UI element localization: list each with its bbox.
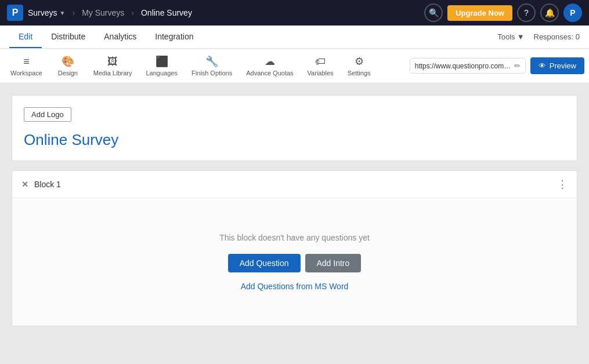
advance-quotas-icon: ☁ (265, 55, 275, 68)
workspace-icon: ≡ (23, 56, 30, 68)
variables-button[interactable]: 🏷 Variables (302, 52, 339, 80)
preview-button[interactable]: 👁 Preview (530, 57, 584, 74)
block-actions: Add Question Add Intro (24, 254, 565, 272)
tools-dropdown-icon: ▼ (517, 32, 525, 41)
finish-options-icon: 🔧 (205, 55, 218, 68)
surveys-label: Surveys (28, 8, 57, 17)
design-icon: 🎨 (62, 55, 74, 68)
help-button[interactable]: ? (517, 3, 536, 22)
tab-integration[interactable]: Integration (146, 26, 203, 48)
workspace-label: Workspace (10, 70, 42, 77)
variables-label: Variables (308, 70, 334, 77)
breadcrumb-separator-2: › (131, 8, 134, 17)
surveys-dropdown[interactable]: Surveys ▼ (28, 8, 65, 17)
block-card: ✕ Block 1 ⋮ This block doesn't have any … (12, 170, 577, 326)
add-logo-btn[interactable]: Add Logo (24, 107, 71, 122)
empty-message: This block doesn't have any questions ye… (24, 233, 565, 242)
settings-icon: ⚙ (355, 55, 364, 68)
preview-label: Preview (550, 61, 576, 70)
toolbar-right: https://www.questionpro.com/t/l/ ✏ 👁 Pre… (410, 57, 584, 74)
collapse-icon[interactable]: ✕ (21, 180, 28, 189)
design-label: Design (58, 70, 78, 77)
finish-options-button[interactable]: 🔧 Finish Options (186, 52, 238, 80)
tab-navigation: Edit Distribute Analytics Integration To… (0, 26, 589, 49)
settings-button[interactable]: ⚙ Settings (342, 52, 377, 80)
finish-options-label: Finish Options (191, 70, 232, 77)
tools-dropdown[interactable]: Tools ▼ (497, 32, 524, 41)
add-logo-button[interactable]: Add Logo (24, 107, 565, 131)
survey-title: Online Survey (24, 131, 565, 149)
settings-label: Settings (348, 70, 371, 77)
top-navigation: P Surveys ▼ › My Surveys › Online Survey… (0, 0, 589, 26)
add-from-word-anchor[interactable]: Add Questions from MS Word (241, 282, 349, 291)
tab-nav-right: Tools ▼ Responses: 0 (497, 32, 580, 41)
toolbar: ≡ Workspace 🎨 Design 🖼 Media Library ⬛ L… (0, 49, 589, 83)
add-from-word-link[interactable]: Add Questions from MS Word (24, 282, 565, 291)
url-field[interactable]: https://www.questionpro.com/t/l/ ✏ (410, 58, 526, 74)
add-intro-button[interactable]: Add Intro (305, 254, 362, 272)
tab-edit[interactable]: Edit (9, 26, 42, 48)
search-button[interactable]: 🔍 (424, 3, 443, 22)
add-question-button[interactable]: Add Question (228, 254, 301, 272)
block-header: ✕ Block 1 ⋮ (12, 171, 577, 198)
advance-quotas-button[interactable]: ☁ Advance Quotas (240, 52, 299, 80)
survey-header-card: Add Logo Online Survey (12, 95, 577, 161)
tab-analytics[interactable]: Analytics (95, 26, 146, 48)
top-nav-right: 🔍 Upgrade Now ? 🔔 P (424, 3, 582, 22)
eye-icon: 👁 (539, 61, 546, 70)
current-survey-breadcrumb: Online Survey (141, 8, 192, 17)
media-library-label: Media Library (93, 70, 132, 77)
url-text: https://www.questionpro.com/t/l/ (415, 62, 512, 70)
avatar-button[interactable]: P (563, 3, 582, 22)
variables-icon: 🏷 (315, 56, 326, 68)
breadcrumb-separator: › (72, 8, 75, 17)
design-button[interactable]: 🎨 Design (50, 52, 85, 80)
tools-label: Tools (497, 32, 515, 41)
tab-distribute[interactable]: Distribute (42, 26, 95, 48)
media-library-button[interactable]: 🖼 Media Library (88, 52, 138, 80)
block-menu-icon[interactable]: ⋮ (557, 178, 568, 191)
my-surveys-breadcrumb[interactable]: My Surveys (82, 8, 124, 17)
block-title: Block 1 (34, 180, 61, 189)
languages-button[interactable]: ⬛ Languages (140, 52, 183, 80)
workspace-button[interactable]: ≡ Workspace (5, 52, 48, 80)
languages-label: Languages (146, 70, 177, 77)
block-body: This block doesn't have any questions ye… (12, 198, 577, 326)
logo-icon: P (7, 5, 23, 21)
advance-quotas-label: Advance Quotas (246, 70, 293, 77)
notifications-button[interactable]: 🔔 (540, 3, 559, 22)
languages-icon: ⬛ (156, 55, 168, 68)
upgrade-button[interactable]: Upgrade Now (447, 5, 512, 21)
edit-url-icon[interactable]: ✏ (514, 61, 521, 70)
main-content: Add Logo Online Survey ✕ Block 1 ⋮ This … (0, 83, 589, 364)
responses-count: Responses: 0 (534, 32, 580, 41)
dropdown-arrow-icon: ▼ (60, 10, 66, 16)
media-library-icon: 🖼 (107, 56, 118, 68)
